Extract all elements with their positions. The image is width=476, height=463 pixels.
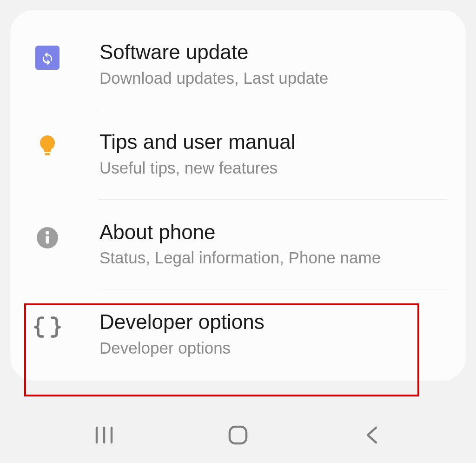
item-title: Software update [99, 40, 447, 65]
item-subtitle: Developer options [99, 337, 447, 359]
info-icon [33, 224, 61, 252]
item-subtitle: Download updates, Last update [99, 67, 447, 89]
svg-rect-0 [45, 153, 50, 155]
settings-item-developer-options[interactable]: Developer options Developer options [10, 289, 466, 379]
recents-button[interactable] [81, 421, 127, 449]
navigation-bar [0, 407, 476, 463]
settings-item-tips[interactable]: Tips and user manual Useful tips, new fe… [10, 109, 466, 199]
back-button[interactable] [349, 421, 395, 449]
braces-icon [33, 314, 61, 342]
item-title: Tips and user manual [99, 130, 447, 154]
settings-item-software-update[interactable]: Software update Download updates, Last u… [10, 20, 466, 109]
item-subtitle: Useful tips, new features [99, 157, 447, 179]
home-button[interactable] [215, 421, 261, 449]
item-subtitle: Status, Legal information, Phone name [99, 247, 447, 268]
settings-item-about-phone[interactable]: About phone Status, Legal information, P… [10, 200, 466, 289]
svg-rect-7 [230, 427, 246, 443]
item-title: Developer options [99, 310, 447, 335]
item-title: About phone [99, 220, 447, 245]
update-icon [33, 44, 61, 72]
svg-rect-2 [46, 235, 49, 243]
svg-point-3 [46, 231, 49, 235]
settings-card: Software update Download updates, Last u… [10, 10, 466, 381]
lightbulb-icon [33, 134, 61, 161]
